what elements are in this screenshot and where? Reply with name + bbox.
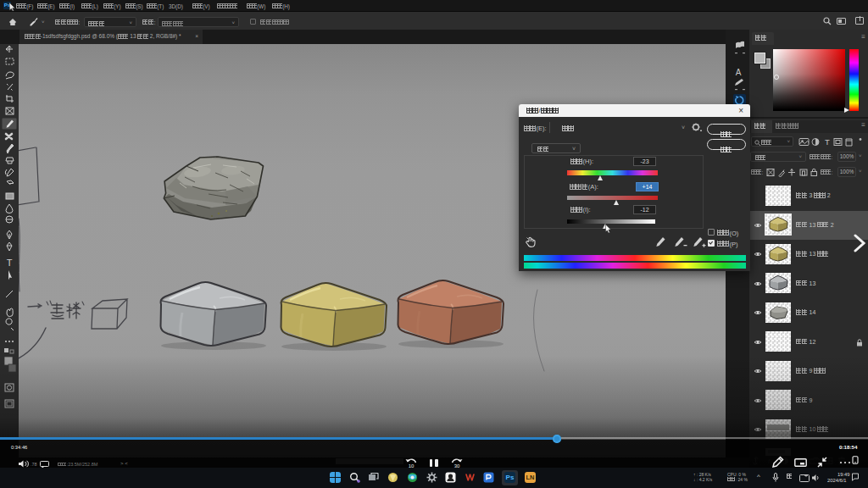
svg-text:T: T <box>7 258 13 268</box>
svg-text:A: A <box>736 68 742 77</box>
svg-text:T: T <box>825 137 830 147</box>
